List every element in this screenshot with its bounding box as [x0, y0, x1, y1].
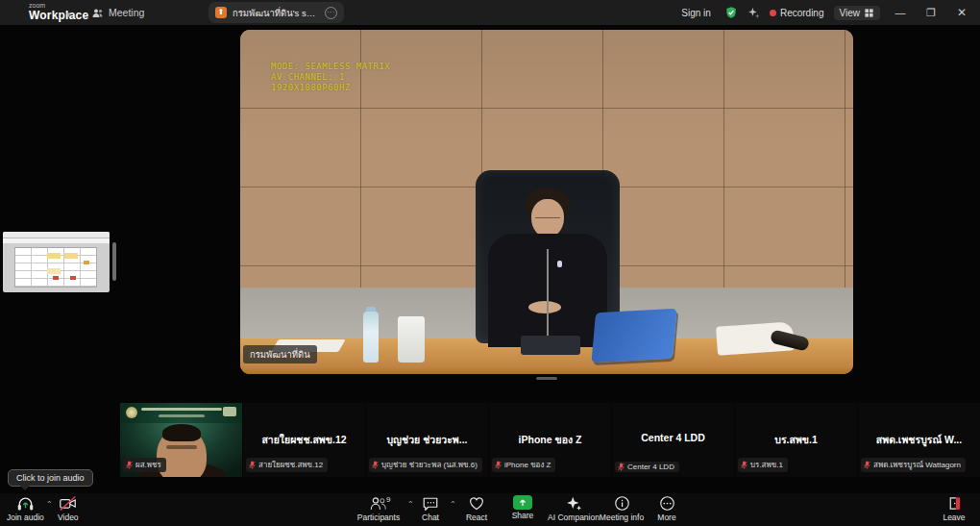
- mic-muted-icon: [495, 461, 502, 469]
- maximize-icon[interactable]: ❐: [920, 7, 942, 19]
- participant-badge: ผส.พชร: [123, 458, 166, 472]
- close-icon[interactable]: ✕: [951, 6, 972, 19]
- main-speaker-video[interactable]: MODE: SEAMLESS MATRIX AV CHANNEL: 1 1920…: [240, 30, 853, 374]
- recording-dot-icon: [770, 10, 776, 16]
- participant-badge-label: สพด.เพชรบูรณ์ Wattagorn: [873, 459, 961, 471]
- participant-hair: [162, 424, 201, 441]
- banner-text-line: [141, 408, 222, 411]
- speaker-name-badge: กรมพัฒนาที่ดิน: [243, 345, 317, 363]
- view-label: View: [840, 8, 861, 18]
- meeting-info-button[interactable]: Meeting info: [596, 495, 648, 522]
- audio-chevron-up-icon[interactable]: ⌃: [46, 500, 53, 509]
- participant-badge-label: สายใยผชช.สพข.12: [258, 459, 323, 471]
- thumb-titlebar: [3, 232, 110, 238]
- participant-tile[interactable]: Center 4 LDD Center 4 LDD: [612, 403, 734, 477]
- info-icon: [614, 495, 630, 512]
- desk-microphone: [547, 249, 549, 339]
- headphones-icon: [16, 495, 35, 512]
- video-label: Video: [58, 513, 79, 522]
- participant-badge: สายใยผชช.สพข.12: [246, 458, 328, 472]
- thumb-highlight-cell: [47, 268, 61, 274]
- tab-meeting[interactable]: Meeting: [86, 4, 150, 21]
- participant-tile[interactable]: สพด.เพชรบูรณ์ W... สพด.เพชรบูรณ์ Wattago…: [858, 403, 980, 477]
- participant-badge: iPhone ของ Z: [492, 458, 555, 472]
- participant-tile[interactable]: iPhone ของ Z iPhone ของ Z: [489, 403, 611, 477]
- video-matrix-overlay: MODE: SEAMLESS MATRIX AV CHANNEL: 1 1920…: [271, 62, 390, 93]
- chat-chevron-up-icon[interactable]: ⌃: [450, 500, 456, 509]
- join-audio-button[interactable]: Join audio: [7, 495, 44, 522]
- participant-name: บุญช่วย ช่วยวะพ...: [369, 432, 485, 448]
- minimize-icon[interactable]: —: [890, 7, 911, 18]
- participant-badge: Center 4 LDD: [615, 462, 679, 472]
- thumb-toolbar: [3, 238, 110, 244]
- participant-brow: [166, 445, 197, 449]
- participant-tile[interactable]: บร.สพข.1 บร.สพข.1: [735, 403, 857, 477]
- recording-indicator[interactable]: Recording: [770, 8, 824, 18]
- share-button[interactable]: Share: [509, 495, 536, 520]
- sparkle-icon[interactable]: [747, 7, 760, 19]
- thumb-highlight-cell: [64, 253, 78, 259]
- chat-button[interactable]: Chat: [418, 495, 443, 522]
- screen-share-icon: ⬆: [215, 7, 227, 18]
- speaker-brooch: [557, 261, 562, 267]
- ai-companion-button[interactable]: AI Companion: [544, 495, 603, 522]
- shared-screen-thumbnail[interactable]: [3, 232, 110, 292]
- share-label: Share: [512, 511, 534, 520]
- participant-filmstrip: ผส.พชร สายใยผชช.สพข.12 สายใยผชช.สพข.12 บ…: [120, 403, 980, 477]
- join-audio-tooltip: Click to join audio: [8, 469, 93, 487]
- participant-name: บร.สพข.1: [738, 432, 854, 448]
- titlebar: zoom Workplace ▾ Meeting ⬆ กรมพัฒนาที่ดิ…: [0, 0, 980, 25]
- ai-companion-icon: [565, 495, 582, 512]
- leave-label: Leave: [943, 513, 965, 522]
- more-button[interactable]: More: [653, 495, 680, 522]
- participant-tile-video[interactable]: ผส.พชร: [120, 403, 242, 477]
- thumb-orange-value: [84, 261, 89, 264]
- participant-badge-label: iPhone ของ Z: [504, 459, 551, 471]
- sign-in-button[interactable]: Sign in: [677, 6, 715, 20]
- more-label: More: [657, 513, 675, 522]
- mic-muted-icon: [126, 461, 133, 469]
- grid-view-icon: [864, 8, 874, 18]
- tab-shared-screen-label: กรมพัฒนาที่ดิน's screen: [233, 6, 319, 20]
- mic-muted-icon: [618, 463, 625, 471]
- participant-badge-label: Center 4 LDD: [627, 463, 674, 471]
- participants-button[interactable]: Participants 9: [354, 495, 404, 522]
- leave-button[interactable]: Leave: [940, 495, 968, 522]
- filmstrip-collapse-handle[interactable]: [536, 377, 557, 380]
- participant-badge: บร.สพข.1: [738, 458, 788, 472]
- people-icon: [92, 8, 104, 18]
- microphone-base: [521, 336, 580, 355]
- camera-off-icon: [59, 495, 77, 512]
- brand-workplace: Workplace: [29, 10, 88, 22]
- participants-chevron-up-icon[interactable]: ⌃: [407, 500, 414, 509]
- participant-name: iPhone ของ Z: [492, 432, 608, 448]
- zoom-meeting-window: zoom Workplace ▾ Meeting ⬆ กรมพัฒนาที่ดิ…: [0, 0, 980, 526]
- meeting-toolbar: Join audio ⌃ Video Participants 9 ⌃: [0, 493, 980, 526]
- tablet-device: [591, 309, 676, 363]
- heart-icon: [468, 495, 485, 512]
- participant-tile[interactable]: สายใยผชช.สพข.12 สายใยผชช.สพข.12: [243, 403, 365, 477]
- react-button[interactable]: React: [463, 495, 490, 522]
- participant-badge-label: บร.สพข.1: [750, 459, 783, 471]
- chevron-down-icon[interactable]: ▾: [66, 10, 71, 19]
- share-screen-icon: [513, 495, 532, 510]
- chat-label: Chat: [422, 513, 439, 522]
- tab-options-icon[interactable]: ···: [325, 7, 337, 19]
- banner-text-line: [159, 414, 205, 417]
- participants-count: 9: [386, 495, 390, 504]
- participants-label: Participants: [357, 513, 400, 522]
- video-button[interactable]: Video: [58, 495, 79, 522]
- ai-companion-label: AI Companion: [548, 513, 600, 522]
- thumbnail-scrollbar[interactable]: [112, 242, 116, 281]
- participant-name: สพด.เพชรบูรณ์ W...: [861, 432, 977, 448]
- zoom-workplace-logo[interactable]: zoom Workplace: [29, 2, 88, 22]
- speaker-glasses: [535, 213, 560, 218]
- tab-shared-screen[interactable]: ⬆ กรมพัฒนาที่ดิน's screen ···: [208, 2, 344, 23]
- participant-tile[interactable]: บุญช่วย ช่วยวะพ... บุญช่วย ช่วยวะพล (นส.…: [366, 403, 488, 477]
- participant-badge-label: ผส.พชร: [135, 459, 161, 471]
- shield-check-icon[interactable]: [724, 6, 738, 19]
- speaker-face: [531, 199, 564, 238]
- view-button[interactable]: View: [834, 6, 881, 20]
- mic-muted-icon: [372, 461, 379, 469]
- mic-muted-icon: [741, 461, 747, 469]
